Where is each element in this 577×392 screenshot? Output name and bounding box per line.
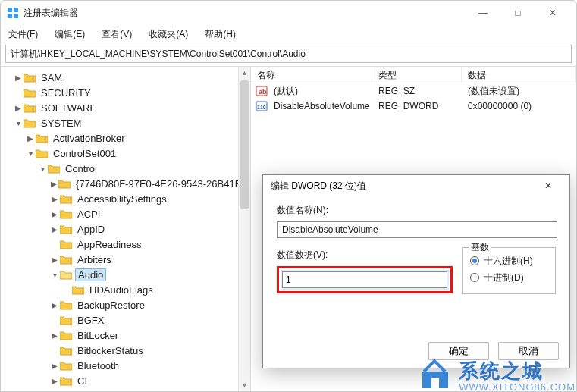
dialog-close-button[interactable]: ✕ bbox=[535, 177, 562, 195]
folder-icon bbox=[48, 163, 60, 174]
dialog-title-text: 编辑 DWORD (32 位)值 bbox=[271, 180, 366, 193]
folder-icon bbox=[60, 193, 72, 204]
folder-icon bbox=[60, 254, 72, 265]
menu-favorites[interactable]: 收藏夹(A) bbox=[146, 27, 191, 42]
string-value-icon: ab bbox=[256, 85, 268, 97]
column-name[interactable]: 名称 bbox=[251, 67, 372, 83]
tree-item-bluetooth[interactable]: ▶Bluetooth bbox=[4, 358, 250, 373]
folder-icon bbox=[24, 118, 36, 128]
folder-open-icon bbox=[60, 269, 72, 280]
dialog-titlebar[interactable]: 编辑 DWORD (32 位)值 ✕ bbox=[263, 175, 569, 196]
folder-icon bbox=[60, 224, 72, 234]
svg-rect-2 bbox=[8, 14, 12, 18]
column-data[interactable]: 数据 bbox=[462, 67, 576, 83]
folder-icon bbox=[72, 284, 84, 295]
svg-text:ab: ab bbox=[259, 88, 267, 96]
chevron-right-icon: ▶ bbox=[25, 134, 36, 143]
tree-item-controlset001[interactable]: ▾ControlSet001 bbox=[4, 146, 250, 161]
svg-rect-3 bbox=[14, 14, 18, 18]
watermark: 系统之城 WWW.XITONG86.COM bbox=[413, 353, 577, 392]
window-controls: — □ ✕ bbox=[466, 2, 570, 24]
menubar: 文件(F) 编辑(E) 查看(V) 收藏夹(A) 帮助(H) bbox=[1, 25, 576, 43]
chevron-right-icon: ▶ bbox=[49, 362, 60, 370]
watermark-text: 系统之城 WWW.XITONG86.COM bbox=[459, 358, 575, 393]
tree-item-accessibility[interactable]: ▶AccessibilitySettings bbox=[4, 191, 250, 206]
regedit-icon bbox=[7, 7, 19, 19]
scroll-up-icon[interactable]: ▲ bbox=[239, 67, 250, 79]
tree-item-bitlockerstatus[interactable]: BitlockerStatus bbox=[4, 343, 250, 358]
chevron-down-icon: ▾ bbox=[49, 271, 60, 279]
tree-scrollbar[interactable]: ▲ ▼ bbox=[238, 67, 250, 391]
folder-icon bbox=[24, 102, 36, 113]
folder-icon bbox=[60, 330, 72, 340]
tree-item-backuprestore[interactable]: ▶BackupRestore bbox=[4, 297, 250, 312]
folder-icon bbox=[60, 345, 72, 356]
chevron-down-icon: ▾ bbox=[13, 119, 24, 127]
tree-item-ci[interactable]: ▶CI bbox=[4, 373, 250, 388]
chevron-right-icon: ▶ bbox=[49, 256, 60, 264]
value-data-input[interactable] bbox=[282, 271, 447, 288]
radio-dec[interactable]: 十进制(D) bbox=[470, 269, 547, 286]
tree-item-activationbroker[interactable]: ▶ActivationBroker bbox=[4, 130, 250, 146]
radio-hex[interactable]: 十六进制(H) bbox=[470, 252, 547, 269]
menu-file[interactable]: 文件(F) bbox=[5, 27, 41, 42]
titlebar[interactable]: 注册表编辑器 — □ ✕ bbox=[1, 1, 576, 25]
tree-item-acpi[interactable]: ▶ACPI bbox=[4, 206, 250, 221]
tree-item-bgfx[interactable]: BGFX bbox=[4, 312, 250, 328]
tree-item-appid[interactable]: ▶AppID bbox=[4, 221, 250, 237]
key-tree[interactable]: ▶SAM SECURITY ▶SOFTWARE ▾SYSTEM ▶Activat… bbox=[1, 67, 251, 391]
value-name-field[interactable]: DisableAbsoluteVolume bbox=[277, 221, 557, 238]
highlight-annotation bbox=[277, 266, 453, 293]
minimize-button[interactable]: — bbox=[466, 2, 500, 24]
base-fieldset: 基数 十六进制(H) 十进制(D) bbox=[462, 247, 556, 294]
svg-rect-1 bbox=[14, 8, 18, 12]
chevron-right-icon: ▶ bbox=[49, 377, 60, 385]
scroll-down-icon[interactable]: ▼ bbox=[239, 379, 250, 391]
base-legend: 基数 bbox=[469, 241, 491, 254]
value-name-label: 数值名称(N): bbox=[277, 204, 556, 217]
window-title: 注册表编辑器 bbox=[24, 7, 78, 20]
values-header[interactable]: 名称 类型 数据 bbox=[251, 67, 576, 83]
svg-text:110: 110 bbox=[257, 105, 266, 110]
menu-edit[interactable]: 编辑(E) bbox=[52, 27, 88, 42]
value-row-default[interactable]: ab (默认) REG_SZ (数值未设置) bbox=[251, 83, 576, 99]
tree-item-audio[interactable]: ▾Audio bbox=[4, 267, 250, 282]
scroll-thumb[interactable] bbox=[240, 80, 249, 209]
chevron-right-icon: ▶ bbox=[49, 180, 58, 188]
chevron-right-icon: ▶ bbox=[49, 195, 60, 203]
radio-checked-icon bbox=[470, 256, 479, 265]
tree-item-appreadiness[interactable]: AppReadiness bbox=[4, 237, 250, 252]
tree-item-system[interactable]: ▾SYSTEM bbox=[4, 115, 250, 130]
edit-dword-dialog: 编辑 DWORD (32 位)值 ✕ 数值名称(N): DisableAbsol… bbox=[262, 174, 570, 368]
chevron-down-icon: ▾ bbox=[37, 165, 48, 173]
svg-rect-0 bbox=[8, 8, 12, 12]
address-bar[interactable]: 计算机\HKEY_LOCAL_MACHINE\SYSTEM\ControlSet… bbox=[5, 45, 572, 63]
chevron-right-icon: ▶ bbox=[13, 74, 24, 82]
close-button[interactable]: ✕ bbox=[535, 2, 570, 24]
tree-item-hdaudioflags[interactable]: HDAudioFlags bbox=[4, 282, 250, 297]
address-text: 计算机\HKEY_LOCAL_MACHINE\SYSTEM\ControlSet… bbox=[11, 48, 306, 61]
folder-icon bbox=[60, 375, 72, 386]
tree-item-guid[interactable]: ▶{7746D80F-97E0-4E26-9543-26B41FC bbox=[4, 176, 250, 191]
svg-rect-9 bbox=[431, 378, 439, 388]
chevron-down-icon: ▾ bbox=[25, 149, 36, 158]
chevron-right-icon: ▶ bbox=[49, 225, 60, 234]
tree-item-control[interactable]: ▾Control bbox=[4, 161, 250, 176]
folder-icon bbox=[60, 360, 72, 371]
dialog-body: 数值名称(N): DisableAbsoluteVolume 数值数据(V): … bbox=[263, 196, 569, 302]
menu-view[interactable]: 查看(V) bbox=[99, 27, 135, 42]
folder-icon bbox=[60, 315, 72, 325]
column-type[interactable]: 类型 bbox=[372, 67, 462, 83]
chevron-right-icon: ▶ bbox=[49, 301, 60, 309]
tree-item-bitlocker[interactable]: ▶BitLocker bbox=[4, 328, 250, 343]
folder-icon bbox=[24, 87, 36, 98]
folder-icon bbox=[60, 299, 72, 310]
value-row-disableabsolutevolume[interactable]: 110 DisableAbsoluteVolume REG_DWORD 0x00… bbox=[251, 99, 576, 114]
tree-item-software[interactable]: ▶SOFTWARE bbox=[4, 100, 250, 115]
tree-item-sam[interactable]: ▶SAM bbox=[4, 70, 250, 85]
scroll-track[interactable] bbox=[239, 79, 250, 379]
tree-item-arbiters[interactable]: ▶Arbiters bbox=[4, 252, 250, 267]
tree-item-security[interactable]: SECURITY bbox=[4, 85, 250, 100]
maximize-button[interactable]: □ bbox=[500, 2, 535, 24]
menu-help[interactable]: 帮助(H) bbox=[202, 27, 239, 42]
